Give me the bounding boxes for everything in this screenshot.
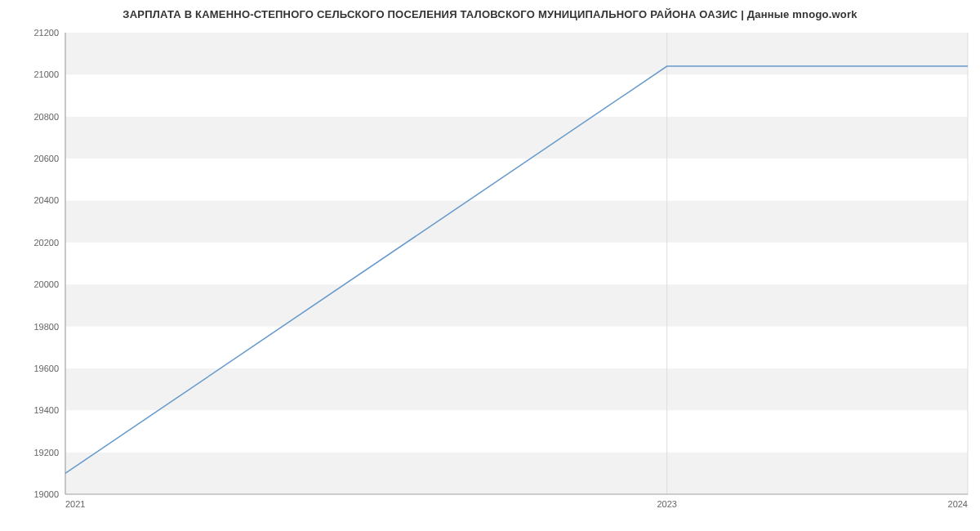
plot-band (65, 33, 968, 74)
plot-band (65, 74, 968, 116)
plot-band (65, 117, 968, 158)
y-tick: 20600 (33, 154, 59, 163)
y-tick: 19200 (33, 448, 59, 457)
x-tick-label: 2021 (65, 499, 85, 509)
y-tick-label: 19800 (33, 322, 59, 332)
y-tick-label: 20800 (33, 112, 59, 122)
plot-band (65, 410, 968, 452)
x-tick-label: 2024 (948, 499, 968, 509)
y-tick: 21200 (33, 28, 59, 38)
chart-svg: 1900019200194001960019800200002020020400… (0, 20, 980, 523)
x-tick-label: 2023 (657, 499, 676, 509)
y-tick: 19000 (33, 489, 59, 499)
x-tick: 2024 (948, 499, 968, 509)
y-tick: 20200 (33, 238, 59, 248)
y-tick: 19800 (33, 322, 59, 332)
y-tick: 20800 (33, 112, 59, 122)
plot-band (65, 453, 968, 494)
y-tick: 20400 (33, 195, 59, 205)
y-tick-label: 21000 (33, 69, 59, 79)
y-tick-label: 21200 (33, 28, 59, 38)
y-tick-label: 19600 (33, 364, 59, 373)
plot-band (65, 284, 968, 326)
y-tick-label: 19000 (33, 489, 59, 499)
plot-band (65, 158, 968, 200)
y-tick: 19400 (33, 405, 59, 415)
chart-title: ЗАРПЛАТА В КАМЕННО-СТЕПНОГО СЕЛЬСКОГО ПО… (0, 0, 980, 20)
y-tick-label: 19400 (33, 405, 59, 415)
y-tick-label: 20600 (33, 154, 59, 163)
y-tick: 19600 (33, 364, 59, 373)
x-tick: 2021 (65, 499, 85, 509)
x-tick: 2023 (657, 499, 676, 509)
y-tick-label: 20000 (33, 279, 59, 289)
plot-band (65, 368, 968, 410)
plot-band (65, 200, 968, 242)
plot-band (65, 243, 968, 284)
y-tick: 20000 (33, 279, 59, 289)
chart-container: ЗАРПЛАТА В КАМЕННО-СТЕПНОГО СЕЛЬСКОГО ПО… (0, 0, 980, 531)
plot-band (65, 327, 968, 368)
y-tick: 21000 (33, 69, 59, 79)
y-tick-label: 20200 (33, 238, 59, 248)
y-tick-label: 20400 (33, 195, 59, 205)
y-tick-label: 19200 (33, 448, 59, 457)
